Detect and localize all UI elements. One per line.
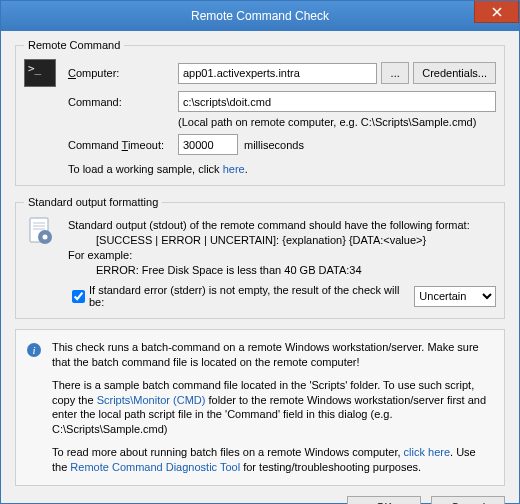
stderr-result-select[interactable]: Uncertain xyxy=(414,286,496,307)
info-p1: This check runs a batch-command on a rem… xyxy=(52,340,494,370)
titlebar: Remote Command Check xyxy=(1,1,519,31)
gear-document-icon xyxy=(24,216,56,248)
stdout-line4: ERROR: Free Disk Space is less than 40 G… xyxy=(96,264,496,276)
dialog-body: Remote Command Computer: ... Credentials… xyxy=(1,31,519,504)
info-p2: There is a sample batch command file loc… xyxy=(52,378,494,437)
load-sample-link[interactable]: here xyxy=(223,163,245,175)
label-computer: Computer: xyxy=(68,67,178,79)
timeout-input[interactable] xyxy=(178,134,238,155)
row-command: Command: xyxy=(24,91,496,112)
group-remote-command-legend: Remote Command xyxy=(24,39,124,51)
diagnostic-tool-link[interactable]: Remote Command Diagnostic Tool xyxy=(70,461,240,473)
titlebar-text: Remote Command Check xyxy=(191,9,329,23)
stderr-checkbox[interactable] xyxy=(72,290,85,303)
group-remote-command: Remote Command Computer: ... Credentials… xyxy=(15,39,505,186)
close-button[interactable] xyxy=(474,1,519,23)
command-input[interactable] xyxy=(178,91,496,112)
scripts-folder-link[interactable]: Scripts\Monitor (CMD) xyxy=(97,394,206,406)
stderr-label: If standard error (stderr) is not empty,… xyxy=(89,284,408,308)
stdout-line2: [SUCCESS | ERROR | UNCERTAIN]: {explanat… xyxy=(96,234,496,246)
stderr-row: If standard error (stderr) is not empty,… xyxy=(68,284,496,308)
group-stdout-legend: Standard output formatting xyxy=(24,196,162,208)
svg-text:i: i xyxy=(32,344,35,356)
row-computer: Computer: ... Credentials... xyxy=(24,59,496,87)
ok-button[interactable]: OK xyxy=(347,496,421,504)
terminal-icon-wrap xyxy=(24,59,68,87)
load-sample-line: To load a working sample, click here. xyxy=(68,163,496,175)
label-timeout: Command Timeout: xyxy=(68,139,178,151)
command-hint: (Local path on remote computer, e.g. C:\… xyxy=(178,116,496,128)
credentials-button[interactable]: Credentials... xyxy=(413,62,496,84)
browse-button[interactable]: ... xyxy=(381,62,409,84)
label-ms: milliseconds xyxy=(244,139,304,151)
settings-icon-wrap xyxy=(24,216,68,308)
group-stdout: Standard output formatting xyxy=(15,196,505,319)
terminal-icon xyxy=(24,59,56,87)
stdout-text-block: Standard output (stdout) of the remote c… xyxy=(68,216,496,308)
info-icon: i xyxy=(26,342,42,358)
close-icon xyxy=(492,7,502,17)
svg-point-7 xyxy=(43,235,48,240)
computer-input[interactable] xyxy=(178,63,377,84)
info-panel: i This check runs a batch-command on a r… xyxy=(15,329,505,486)
label-command: Command: xyxy=(68,96,178,108)
stdout-line1: Standard output (stdout) of the remote c… xyxy=(68,219,496,231)
row-timeout: Command Timeout: milliseconds xyxy=(24,134,496,155)
info-p3: To read more about running batch files o… xyxy=(52,445,494,475)
read-more-link[interactable]: click here xyxy=(404,446,450,458)
dialog-button-row: OK Cancel xyxy=(15,496,505,504)
info-text: This check runs a batch-command on a rem… xyxy=(52,340,494,475)
dialog-window: Remote Command Check Remote Command Comp… xyxy=(0,0,520,504)
stdout-line3: For example: xyxy=(68,249,496,261)
cancel-button[interactable]: Cancel xyxy=(431,496,505,504)
